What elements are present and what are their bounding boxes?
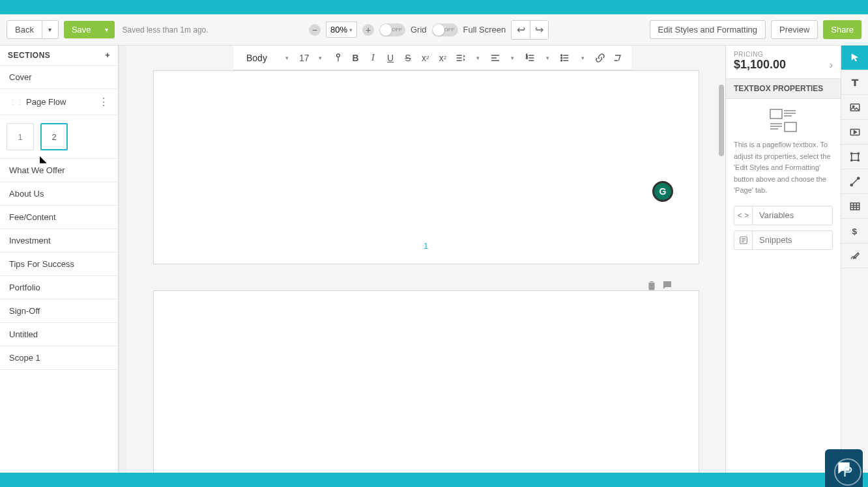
subscript-button[interactable]: x2 [419,51,431,65]
properties-header: TEXTBOX PROPERTIES [726,79,841,99]
top-toolbar: Back ▾ Save ▾ Saved less than 1m ago. − … [0,14,868,46]
proposify-logo-icon: P [834,458,861,486]
format-toolbar: Body▾ 17 ▾ B I U S x2 x2 ▾ ▾ 12 ▾ ▾ [233,46,631,70]
section-item-scope-1[interactable]: Scope 1 [0,346,118,370]
numbered-list-button[interactable]: 12 [524,51,536,65]
sections-title: SECTIONS [8,51,50,60]
underline-button[interactable]: U [384,51,397,65]
section-item-untitled[interactable]: Untitled [0,323,118,346]
add-section-icon[interactable]: + [105,51,110,60]
redo-button[interactable]: ↪ [530,21,548,39]
svg-text:2: 2 [526,56,528,59]
section-menu-icon[interactable]: ⋮ [98,96,109,108]
align-dropdown[interactable]: ▾ [506,51,519,65]
section-item-fee-content[interactable]: Fee/Content [0,206,118,229]
text-color-icon[interactable] [332,51,344,65]
svg-text:$: $ [852,226,857,236]
section-item-about-us[interactable]: About Us [0,182,118,206]
page-thumb-1[interactable]: 1 [7,123,34,150]
share-button[interactable]: Share [823,20,861,39]
textbox-icon [769,108,798,133]
font-size-value: 17 [299,53,310,63]
zoom-select[interactable]: 80%▾ [326,21,357,38]
chevron-right-icon: › [830,59,833,71]
canvas-scrollbar[interactable] [719,85,724,156]
svg-point-14 [850,160,852,161]
bullet-list-dropdown[interactable]: ▾ [577,51,589,65]
numbered-list-dropdown[interactable]: ▾ [542,51,554,65]
bold-button[interactable]: B [349,51,362,65]
preview-button[interactable]: Preview [771,20,818,39]
save-dropdown[interactable]: ▾ [99,21,115,38]
grid-toggle[interactable]: OFF [379,23,405,36]
svg-rect-11 [851,153,858,160]
topbar-center-controls: − 80%▾ + OFF Grid OFF Full Screen ↩ ↪ [309,20,549,40]
section-item-page-flow[interactable]: ⋮⋮Page Flow ⋮ [0,89,118,115]
pricing-label: PRICING [726,46,841,58]
section-item-what-we-offer[interactable]: What We Offer [0,159,118,182]
shape-tool[interactable] [841,145,868,169]
signature-tool[interactable] [841,244,868,268]
sidebar-scrollbar[interactable] [119,46,126,473]
undo-redo-group: ↩ ↪ [511,20,549,40]
line-tool[interactable] [841,169,868,194]
bullet-list-button[interactable] [559,51,571,65]
canvas-scroll[interactable]: 1 Click to add c... [126,70,725,473]
grammarly-icon[interactable]: G [652,181,673,202]
link-button[interactable] [594,51,607,65]
zoom-in-button[interactable]: + [362,24,374,36]
svg-rect-18 [850,202,860,210]
align-button[interactable] [489,51,502,65]
svg-point-17 [857,177,859,179]
sections-sidebar: SECTIONS + Cover ⋮⋮Page Flow ⋮ 1 2 ◣ Wha… [0,46,119,473]
canvas-area: Body▾ 17 ▾ B I U S x2 x2 ▾ ▾ 12 ▾ ▾ [126,46,725,473]
page-number: 1 [424,241,428,251]
strikethrough-button[interactable]: S [402,51,414,65]
clear-formatting-button[interactable] [611,51,624,65]
snippets-button[interactable]: Snippets [734,230,833,250]
font-size-dropdown[interactable]: ▾ [315,51,327,65]
svg-point-2 [561,55,562,56]
snippet-icon [734,231,753,249]
pricing-value: $1,100.00 [734,58,786,72]
paragraph-style-select[interactable]: Body▾ [241,50,294,66]
undo-button[interactable]: ↩ [512,21,530,39]
properties-panel: PRICING $1,100.00 › TEXTBOX PROPERTIES T… [725,46,841,473]
document-page-2[interactable]: Click to add c... [153,290,699,473]
document-page-1[interactable]: 1 [153,70,699,264]
save-button[interactable]: Save [64,21,99,38]
edit-styles-button[interactable]: Edit Styles and Formatting [650,20,766,39]
line-spacing-dropdown[interactable]: ▾ [472,51,484,65]
back-dropdown[interactable]: ▾ [42,20,59,39]
back-button-group: Back ▾ [7,20,59,39]
image-tool[interactable] [841,95,868,120]
variables-button[interactable]: < > Variables [734,206,833,225]
page-thumbnails: 1 2 ◣ [0,115,118,159]
delete-page-icon[interactable] [646,279,658,291]
svg-point-15 [858,160,859,161]
page-actions [646,279,673,291]
pricing-row[interactable]: $1,100.00 › [726,58,841,79]
comment-page-icon[interactable] [661,279,673,291]
text-tool[interactable] [841,70,868,95]
table-tool[interactable] [841,194,868,219]
section-item-investment[interactable]: Investment [0,229,118,253]
italic-button[interactable]: I [367,51,379,65]
fullscreen-toggle[interactable]: OFF [432,23,458,36]
svg-point-13 [858,152,859,154]
section-item-portfolio[interactable]: Portfolio [0,276,118,299]
page-thumb-2[interactable]: 2 [40,123,68,150]
cursor-tool[interactable] [841,46,868,70]
section-item-cover[interactable]: Cover [0,66,118,89]
svg-rect-6 [785,122,796,132]
video-tool[interactable] [841,120,868,145]
section-item-tips[interactable]: Tips For Success [0,253,118,276]
save-status: Saved less than 1m ago. [123,25,209,35]
superscript-button[interactable]: x2 [437,51,449,65]
grid-toggle-label: Grid [411,25,427,35]
pricing-tool[interactable]: $ [841,219,868,244]
line-spacing-button[interactable] [454,51,467,65]
back-button[interactable]: Back [7,20,42,39]
section-item-sign-off[interactable]: Sign-Off [0,299,118,323]
zoom-out-button[interactable]: − [309,24,321,36]
